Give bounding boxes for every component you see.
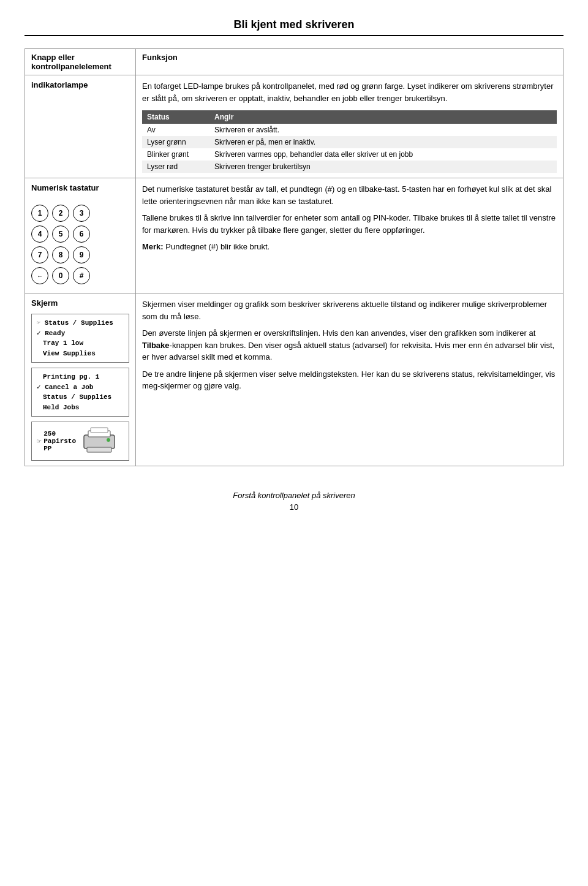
angir-av: Skriveren er avslått. — [209, 124, 557, 136]
key-4: 4 — [31, 225, 48, 243]
table-row: indikatorlampe En tofarget LED-lampe bru… — [25, 75, 564, 178]
svg-point-4 — [107, 438, 110, 442]
skjerm-para-1: Skjermen viser meldinger og grafikk som … — [142, 298, 557, 322]
printer-name: Papirsto — [43, 437, 76, 445]
row1-label: indikatorlampe — [25, 75, 136, 178]
screen1-line4: View Supplies — [37, 349, 124, 359]
title-divider — [24, 35, 564, 36]
check-icon: ✓ — [37, 330, 41, 337]
key-2: 2 — [52, 205, 69, 222]
keypad-para-1: Det numeriske tastaturet består av tall,… — [142, 183, 557, 207]
key-1: 1 — [31, 205, 48, 222]
row3-label: Skjerm ☞ Status / Supplies ✓ Ready Tray … — [25, 293, 136, 466]
keypad-para-2: Tallene brukes til å skrive inn tallverd… — [142, 212, 557, 236]
tilbake-bold: Tilbake — [142, 341, 170, 350]
key-0: 0 — [52, 267, 69, 284]
key-9: 9 — [73, 246, 90, 263]
footer-text: Forstå kontrollpanelet på skriveren — [233, 491, 355, 500]
skjerm-para-3: De tre andre linjene på skjermen viser s… — [142, 368, 557, 392]
status-row: Av Skriveren er avslått. — [142, 124, 557, 136]
screen2-line4: Held Jobs — [37, 403, 124, 413]
svg-rect-3 — [91, 428, 108, 433]
keypad-row-4: ← 0 # — [31, 267, 90, 284]
col1-header: Knapp eller kontrollpanelelement — [25, 49, 136, 75]
main-content-table: Knapp eller kontrollpanelelement Funksjo… — [24, 48, 564, 466]
row1-content: En tofarget LED-lampe brukes på kontroll… — [136, 75, 564, 178]
printer-icon: ☞ — [37, 437, 41, 446]
arrow-icon: ☞ — [37, 320, 40, 327]
printer-svg-image — [81, 426, 118, 456]
keypad-para-3: Merk: Pundtegnet (#) blir ikke brukt. — [142, 241, 557, 253]
angir-blinker: Skriveren varmes opp, behandler data ell… — [209, 148, 557, 161]
status-row: Blinker grønt Skriveren varmes opp, beha… — [142, 148, 557, 161]
printer-count: 250 — [43, 430, 76, 437]
key-5: 5 — [52, 225, 69, 243]
key-8: 8 — [52, 246, 69, 263]
keypad-label: Numerisk tastatur — [31, 183, 129, 192]
row1-intro: En tofarget LED-lampe brukes på kontroll… — [142, 80, 557, 104]
key-3: 3 — [73, 205, 90, 222]
merk-text: Pundtegnet (#) blir ikke brukt. — [165, 242, 270, 251]
status-lyser-gronn: Lyser grønn — [142, 136, 209, 148]
page-title: Bli kjent med skriveren — [24, 18, 564, 31]
status-av: Av — [142, 124, 209, 136]
merk-label: Merk: — [142, 242, 164, 251]
numeric-keypad: 1 2 3 4 5 6 7 8 9 ← — [31, 205, 90, 288]
row2-label: Numerisk tastatur 1 2 3 4 5 6 7 — [25, 178, 136, 293]
status-blinker: Blinker grønt — [142, 148, 209, 161]
keypad-row-1: 1 2 3 — [31, 205, 90, 222]
col2-header: Funksjon — [136, 49, 564, 75]
status-subtable: Status Angir Av Skriveren er avslått. Ly… — [142, 110, 557, 173]
printer-text: ☞ 250 Papirsto PP — [37, 430, 76, 452]
page-number: 10 — [24, 502, 564, 512]
screen2-line3: Status / Supplies — [37, 392, 124, 403]
status-row: Lyser grønn Skriveren er på, men er inak… — [142, 136, 557, 148]
check-icon-2: ✓ — [37, 384, 41, 391]
svg-rect-1 — [87, 447, 111, 452]
printer-mockup: ☞ 250 Papirsto PP — [31, 422, 129, 461]
page-footer: Forstå kontrollpanelet på skriveren — [24, 491, 564, 500]
status-row: Lyser rød Skriveren trenger brukertilsyn — [142, 161, 557, 173]
key-back: ← — [31, 267, 48, 284]
row3-content: Skjermen viser meldinger og grafikk som … — [136, 293, 564, 466]
status-lyser-rod: Lyser rød — [142, 161, 209, 173]
screen1-line2: ✓ Ready — [37, 328, 124, 339]
key-hash: # — [73, 267, 90, 284]
angir-lyser-rod: Skriveren trenger brukertilsyn — [209, 161, 557, 173]
row2-content: Det numeriske tastaturet består av tall,… — [136, 178, 564, 293]
skjerm-label: Skjerm — [31, 298, 129, 308]
screen-mockup-2: Printing pg. 1 ✓ Cancel a Job Status / S… — [31, 368, 129, 417]
keypad-row-3: 7 8 9 — [31, 246, 90, 263]
screen-mockup-1: ☞ Status / Supplies ✓ Ready Tray 1 low V… — [31, 314, 129, 363]
angir-lyser-gronn: Skriveren er på, men er inaktiv. — [209, 136, 557, 148]
screen2-line2: ✓ Cancel a Job — [37, 382, 124, 393]
key-7: 7 — [31, 246, 48, 263]
key-6: 6 — [73, 225, 90, 243]
printer-abbr: PP — [43, 445, 76, 452]
status-col-header: Status — [142, 110, 209, 124]
screen1-line3: Tray 1 low — [37, 338, 124, 349]
angir-col-header: Angir — [209, 110, 557, 124]
screen2-line1: Printing pg. 1 — [37, 372, 124, 382]
table-row: Skjerm ☞ Status / Supplies ✓ Ready Tray … — [25, 293, 564, 466]
table-row: Numerisk tastatur 1 2 3 4 5 6 7 — [25, 178, 564, 293]
keypad-row-2: 4 5 6 — [31, 225, 90, 243]
skjerm-para-2: Den øverste linjen på skjermen er oversk… — [142, 327, 557, 363]
screen1-line1: ☞ Status / Supplies — [37, 318, 124, 328]
